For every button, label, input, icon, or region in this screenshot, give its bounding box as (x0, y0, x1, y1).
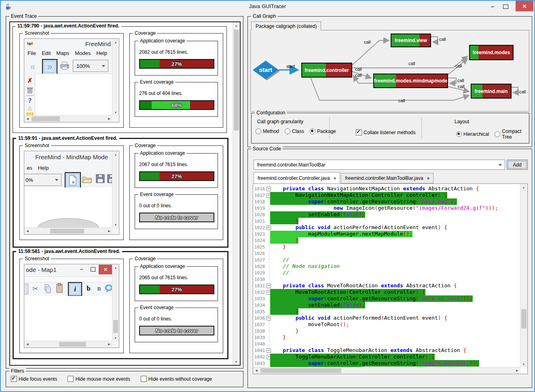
graph-node-freemind-view[interactable]: freemind.view (391, 34, 431, 47)
checkbox-hide-focus-events[interactable]: Hide focus events (11, 376, 57, 382)
scroll-right-icon[interactable]: ▶ (106, 116, 112, 122)
code-vscrollbar[interactable]: ▲ ▼ (520, 184, 527, 367)
checkbox-label: Hide focus events (19, 376, 57, 382)
event-coverage-text: 0 out of 0 lines. (139, 316, 172, 322)
menu-help[interactable]: Help (38, 165, 49, 171)
menu-modes[interactable]: Modes (75, 50, 91, 56)
mini-vscrollbar[interactable]: ▲ ▼ (112, 151, 119, 228)
code-editor[interactable]: 10151016 private class NavigationNextMap… (253, 183, 528, 374)
scroll-up-icon[interactable]: ▲ (112, 39, 119, 45)
scroll-thumb[interactable] (32, 116, 60, 121)
help-icon[interactable]: ? (27, 97, 33, 104)
font-icon[interactable]: n (95, 284, 103, 293)
title-bar[interactable]: Java GUITracer – ✕ (1, 1, 534, 12)
mini-close-button[interactable]: ✕ (99, 265, 112, 274)
cut-icon[interactable]: ✂ (31, 284, 40, 293)
open-folder-icon[interactable] (82, 175, 92, 183)
scroll-left-icon[interactable]: ◀ (253, 367, 260, 374)
maximize-button[interactable] (499, 2, 512, 11)
scroll-down-icon[interactable]: ▼ (112, 221, 119, 228)
code-line: 1017 NavigationNextMapAction(Controller … (253, 192, 520, 198)
checkbox-hide-mouse-move-events[interactable]: Hide mouse move events (68, 376, 130, 382)
close-button[interactable]: ✕ (516, 1, 533, 11)
mini-hscrollbar[interactable]: ◀ ▶ (24, 341, 112, 348)
source-code-group: Source Code freemind.controller.MainTool… (247, 149, 532, 388)
scroll-left-icon[interactable]: ◀ (24, 228, 31, 234)
scroll-up-icon[interactable]: ▲ (112, 151, 119, 158)
checkbox-icon (11, 376, 17, 382)
tab-package-callgraph[interactable]: Package callgraph (collated) (251, 21, 321, 30)
checkbox-collate-listener-methods[interactable]: Collate listener methods (356, 129, 416, 135)
add-button[interactable]: Add (507, 160, 528, 170)
checkbox-hide-events-without-coverage[interactable]: Hide events without coverage (141, 376, 212, 382)
radio-method[interactable]: Method (256, 129, 279, 134)
new-map-icon-selected[interactable] (65, 172, 81, 188)
line-number: 1025 (253, 244, 269, 250)
radio-package[interactable]: Package (310, 129, 336, 134)
radio-compact-tree[interactable]: Compact Tree (495, 129, 529, 140)
radio-class[interactable]: Class (285, 129, 304, 134)
menu-file[interactable]: File (27, 50, 36, 56)
mini-vscrollbar[interactable]: ▲ ▼ (112, 39, 119, 116)
tab-controller-java[interactable]: freemind.controller.Controller.java × (254, 172, 340, 183)
scroll-right-icon[interactable]: ▶ (106, 341, 112, 348)
scroll-thumb[interactable] (260, 368, 341, 373)
class-combobox[interactable]: freemind.controller.MainToolBar (254, 160, 505, 170)
scroll-thumb[interactable] (521, 309, 527, 329)
zoom-combobox[interactable]: 0% (24, 174, 61, 186)
tab-maintoolbar-java[interactable]: freemind.controller.MainToolBar.java × (341, 173, 433, 183)
scroll-down-icon[interactable]: ▼ (233, 358, 239, 365)
delete-icon[interactable]: ✗ (26, 77, 34, 84)
scroll-left-icon[interactable]: ◀ (24, 116, 31, 122)
scroll-right-icon[interactable]: ▶ (514, 367, 520, 374)
event-list-vscrollbar[interactable]: ▲ ▼ (233, 22, 240, 365)
forward-icon-selected[interactable]: » (42, 59, 57, 74)
menu-maps[interactable]: Maps (56, 50, 69, 56)
tab-close-icon[interactable]: × (334, 176, 336, 181)
scroll-thumb[interactable] (59, 342, 86, 347)
scroll-thumb[interactable] (113, 320, 118, 333)
scroll-down-icon[interactable]: ▼ (112, 109, 119, 116)
back-icon[interactable]: « (27, 61, 38, 73)
italic-icon-selected[interactable]: i (68, 282, 82, 296)
save-icon[interactable] (95, 174, 105, 183)
copy-icon[interactable] (44, 284, 52, 293)
scroll-up-icon[interactable]: ▲ (233, 22, 239, 29)
scroll-left-icon[interactable]: ◀ (24, 341, 31, 348)
event-entry-2[interactable]: 11:59:91 - java.awt.event.ActionEvent fi… (13, 138, 228, 248)
event-entry-3[interactable]: 11:59:581 - java.awt.event.ActionEvent f… (13, 251, 228, 359)
graph-node-freemind-modes-mindmapmode[interactable]: freemind.modes.mindmapmode (373, 74, 448, 88)
scroll-thumb[interactable] (234, 30, 239, 131)
call-graph-nodes: freemind.controllerfreemind.viewfreemind… (251, 30, 528, 110)
graph-node-freemind-modes[interactable]: freemind.modes (469, 45, 514, 60)
mini-vscrollbar[interactable]: ▲ ▼ (112, 264, 119, 341)
code-line: 1036 public void actionPerformed(ActionE… (253, 315, 520, 321)
paste-icon[interactable] (56, 283, 63, 293)
menu-modes-cut[interactable]: es (27, 165, 32, 171)
scroll-up-icon[interactable]: ▲ (520, 184, 527, 190)
scroll-right-icon[interactable]: ▶ (106, 228, 112, 234)
radio-hierarchical[interactable]: Hierarchical (456, 131, 489, 137)
scroll-down-icon[interactable]: ▼ (112, 335, 119, 341)
menu-help[interactable]: Help (96, 50, 107, 56)
scroll-thumb[interactable] (50, 229, 84, 234)
minimize-button[interactable]: – (486, 2, 499, 11)
application-coverage-text: 2065 out of 7615 lines. (139, 275, 188, 280)
event-entry-1[interactable]: 11:59:790 - java.awt.event.ActionEvent f… (13, 26, 227, 133)
trash-icon[interactable] (27, 86, 33, 94)
mini-minimize-button[interactable]: – (80, 266, 83, 272)
mini-hscrollbar[interactable]: ◀ ▶ (24, 228, 112, 234)
zoom-combobox[interactable]: 100% (73, 60, 108, 72)
scroll-down-icon[interactable]: ▼ (520, 361, 527, 367)
mini-maximize-button[interactable] (91, 267, 95, 272)
code-hscrollbar[interactable]: ◀ ▶ (253, 367, 520, 374)
graph-node-freemind-main[interactable]: freemind.main (471, 84, 512, 99)
warning-icon[interactable]: ⚠ (26, 105, 34, 112)
bold-icon[interactable]: b (85, 284, 92, 293)
graph-node-freemind-controller[interactable]: freemind.controller (301, 63, 352, 78)
scroll-up-icon[interactable]: ▲ (112, 264, 119, 271)
tab-close-icon[interactable]: × (427, 176, 429, 181)
mini-hscrollbar[interactable]: ◀ ▶ (24, 115, 112, 122)
print-icon[interactable] (60, 61, 70, 70)
menu-edit[interactable]: Edit (42, 50, 51, 56)
